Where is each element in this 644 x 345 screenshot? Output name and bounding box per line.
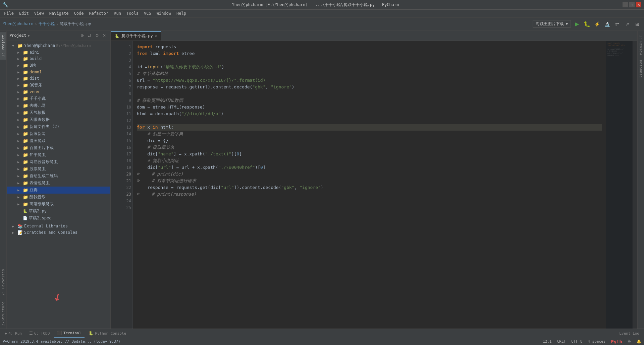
bottom-tab-terminal[interactable]: ⬛ Terminal bbox=[54, 329, 85, 338]
project-tool-add[interactable]: ⊕ bbox=[79, 32, 86, 39]
linenum-24: 24 bbox=[117, 198, 131, 204]
right-tab-review[interactable]: 1: Review bbox=[638, 32, 644, 58]
indent-info: 4 spaces bbox=[588, 339, 605, 344]
tree-item-douban[interactable]: ▶ 📁 豆瓣 bbox=[7, 187, 110, 194]
project-tool-close[interactable]: ✕ bbox=[101, 32, 108, 39]
label-sina: 新浪新闻 bbox=[30, 131, 46, 137]
project-tool-settings[interactable]: ⚙ bbox=[94, 32, 100, 39]
tree-item-demo1[interactable]: ▶ 📁 demo1 bbox=[7, 69, 110, 75]
linenum-15: 15 bbox=[117, 137, 131, 144]
run-button[interactable]: ▶ bbox=[573, 20, 581, 28]
tree-item-extlibs[interactable]: ▶ 📚 External Libraries bbox=[7, 223, 110, 229]
tree-item-bilibili[interactable]: ▶ 📁 B站 bbox=[7, 62, 110, 69]
menu-help[interactable]: Help bbox=[174, 10, 189, 16]
tree-item-dist[interactable]: ▶ 📁 dist bbox=[7, 75, 110, 82]
tree-item-sina[interactable]: ▶ 📁 新浪新闻 bbox=[7, 130, 110, 137]
arrow-venv: ▶ bbox=[17, 90, 23, 94]
menu-refactor[interactable]: Refactor bbox=[86, 10, 111, 16]
titlebar-title: Yhen的phcharm [E:\Yhen的phcharm] - ...\千千小… bbox=[8, 2, 623, 8]
tree-item-tianyan[interactable]: ▶ 📁 天眼查数据 bbox=[7, 116, 110, 123]
label-aini: aini bbox=[30, 50, 39, 55]
code-content[interactable]: import requests from lxml import etree i… bbox=[133, 41, 606, 329]
toolbar-btn1[interactable]: ⇄ bbox=[613, 20, 621, 28]
tree-item-qqmusic[interactable]: ▶ 📁 QQ音乐 bbox=[7, 82, 110, 89]
tree-item-baidu[interactable]: ▶ 📁 百度图片下载 bbox=[7, 144, 110, 151]
close-button[interactable]: ✕ bbox=[636, 2, 641, 7]
label-weather: 天气预报 bbox=[30, 110, 46, 116]
root-label: Yhen的phcharm bbox=[24, 43, 55, 49]
arrow-qrcode: ▶ bbox=[17, 174, 23, 178]
linenum-4: 4 bbox=[117, 64, 131, 70]
bottom-tab-todo[interactable]: ☰ 6: TODO bbox=[26, 329, 53, 338]
menu-tools[interactable]: Tools bbox=[124, 10, 141, 16]
label-zhihu: 知乎爬虫 bbox=[30, 152, 46, 158]
tree-item-build[interactable]: ▶ 📁 build bbox=[7, 56, 110, 62]
folder-icon-aini: 📁 bbox=[23, 50, 28, 55]
tree-item-emoji[interactable]: ▶ 📁 表情包爬虫 bbox=[7, 180, 110, 187]
maximize-button[interactable]: □ bbox=[629, 2, 635, 7]
sidebar-tab-favorites[interactable]: 2: Favorites bbox=[0, 266, 6, 298]
tree-item-caogao2py[interactable]: ▶ 🐍 草稿2.py bbox=[7, 208, 110, 215]
run-config-label: 海贼王图片下载 bbox=[536, 21, 564, 27]
sidebar-tab-structure[interactable]: Z-Structure bbox=[0, 299, 6, 329]
sidebar-tab-project[interactable]: 1: Project bbox=[0, 32, 6, 60]
breadcrumb-file[interactable]: 爬取千千小说.py bbox=[60, 21, 91, 27]
linenum-19: 19 bbox=[117, 164, 131, 171]
breadcrumb-folder[interactable]: 千千小说 bbox=[39, 21, 55, 27]
tree-item-newfolder[interactable]: ▶ 📁 新建文件夹 (2) bbox=[7, 123, 110, 130]
update-message[interactable]: PyCharm 2019.3.4 available: // Update...… bbox=[3, 339, 120, 344]
right-tab-database[interactable]: Database bbox=[638, 57, 644, 80]
editor-tab-main[interactable]: 🐍 爬取千千小说.py ✕ bbox=[111, 31, 161, 41]
linenum-5: 5 bbox=[117, 70, 131, 77]
folder-icon-naer: 📁 bbox=[23, 103, 28, 108]
bottom-tab-pyconsole[interactable]: 🐍 Python Console bbox=[85, 329, 129, 338]
debug-button[interactable]: 🐛 bbox=[583, 20, 591, 28]
tree-item-aini[interactable]: ▶ 📁 aini bbox=[7, 49, 110, 56]
tree-item-scratches[interactable]: ▶ 📝 Scratches and Consoles bbox=[7, 229, 110, 236]
tree-item-caogao2spec[interactable]: ▶ 📄 草稿2.spec bbox=[7, 215, 110, 222]
tree-item-weather[interactable]: ▶ 📁 天气预报 bbox=[7, 109, 110, 116]
breadcrumb-root[interactable]: Yhen的phcharm bbox=[3, 21, 33, 27]
folder-icon-douban: 📁 bbox=[23, 188, 28, 193]
tab-close-button[interactable]: ✕ bbox=[155, 34, 157, 38]
titlebar: 🔧 Yhen的phcharm [E:\Yhen的phcharm] - ...\千… bbox=[0, 0, 644, 10]
tree-item-venv[interactable]: ▶ 📁 venv bbox=[7, 89, 110, 95]
tree-root[interactable]: ▼ 📁 Yhen的phcharm E:\Yhen的phcharm bbox=[7, 42, 110, 49]
menu-edit[interactable]: Edit bbox=[16, 10, 32, 16]
arrow-baidu: ▶ bbox=[17, 146, 23, 150]
menu-run[interactable]: Run bbox=[111, 10, 124, 16]
project-dropdown-icon: ▼ bbox=[28, 34, 30, 38]
tree-item-comic[interactable]: ▶ 📁 漫画爬取 bbox=[7, 137, 110, 144]
tree-item-zhihu[interactable]: ▶ 📁 知乎爬虫 bbox=[7, 151, 110, 158]
menu-navigate[interactable]: Navigate bbox=[47, 10, 71, 16]
menu-window[interactable]: Window bbox=[154, 10, 174, 16]
linenum-21: 21 bbox=[117, 178, 131, 184]
tree-item-stock[interactable]: ▶ 📁 股票爬虫 bbox=[7, 165, 110, 172]
menu-view[interactable]: View bbox=[32, 10, 47, 16]
tree-item-qianqian[interactable]: ▶ 📁 千千小说 bbox=[7, 95, 110, 102]
menu-file[interactable]: File bbox=[1, 10, 16, 16]
profile-button[interactable]: 🔬 bbox=[603, 20, 611, 28]
linenum-25: 25 bbox=[117, 204, 131, 211]
tree-item-qrcode[interactable]: ▶ 📁 自动生成二维码 bbox=[7, 172, 110, 180]
bottom-tab-run[interactable]: ▶ 4: Run bbox=[1, 329, 25, 338]
tree-item-wymusic[interactable]: ▶ 📁 网易云音乐爬虫 bbox=[7, 158, 110, 165]
menu-vcs[interactable]: VCS bbox=[141, 10, 154, 16]
linenum-6: 6 bbox=[117, 77, 131, 84]
bookmark-gutter bbox=[111, 41, 116, 329]
project-tool-sync[interactable]: ⇄ bbox=[86, 32, 93, 39]
tree-item-wallpaper[interactable]: ▶ 📁 高清壁纸爬取 bbox=[7, 201, 110, 208]
tree-item-kuwo[interactable]: ▶ 📁 酷我音乐 bbox=[7, 194, 110, 201]
coverage-button[interactable]: ⚡ bbox=[593, 20, 601, 28]
run-config-selector[interactable]: 海贼王图片下载 ▼ bbox=[533, 20, 571, 28]
toolbar-btn2[interactable]: ↗ bbox=[623, 20, 631, 28]
event-log-tab[interactable]: Event Log bbox=[616, 329, 643, 338]
tree-item-naer[interactable]: ▶ 📁 去哪儿网 bbox=[7, 102, 110, 109]
toolbar-btn3[interactable]: ⊞ bbox=[633, 20, 641, 28]
minimize-button[interactable]: ─ bbox=[623, 2, 628, 7]
code-line-2: from lxml import etree bbox=[137, 50, 602, 57]
menu-code[interactable]: Code bbox=[71, 10, 87, 16]
editor-scrollbar[interactable] bbox=[633, 41, 637, 329]
linenum-2: 2 bbox=[117, 50, 131, 57]
right-sidebar-tabs: 1: Review Database bbox=[637, 31, 644, 329]
